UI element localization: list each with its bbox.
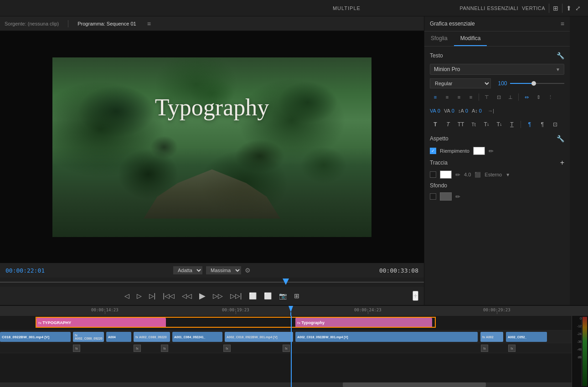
track-row-fx: fx fx fx fx fx fx fx <box>0 343 588 353</box>
bg-eyedropper-btn[interactable]: ✏ <box>455 193 460 200</box>
superscript-btn[interactable]: T1 <box>481 119 492 129</box>
fit-dropdown[interactable]: Adatta <box>173 266 202 274</box>
tab-stops-btn[interactable]: →| <box>485 106 496 116</box>
stroke-external-icon: ⬛ <box>475 172 481 178</box>
font-selector[interactable]: Minion Pro ▼ <box>430 64 564 75</box>
font-size-slider[interactable] <box>510 83 565 84</box>
kerning-icon: VA <box>430 108 436 114</box>
video-clip-5-label: A001_C064_092241_ <box>174 335 206 339</box>
baseline-item: A↕ 0 <box>472 108 482 114</box>
video-clip-6[interactable]: A002_C018_0922BW_001.mp4 [V] <box>225 332 293 342</box>
allcaps-btn[interactable]: TT <box>455 119 466 129</box>
export-icon[interactable]: ⬆ <box>566 5 572 12</box>
bold-btn[interactable]: T <box>430 119 441 129</box>
ruler-tick-4: 00:00:29:23 <box>483 308 511 312</box>
stroke-checkbox[interactable] <box>430 171 436 178</box>
bg-color-swatch[interactable] <box>440 192 452 201</box>
video-clip-9[interactable]: A002_C052_ <box>506 332 547 342</box>
tab-sfoglia[interactable]: Sfoglia <box>424 31 454 46</box>
source-tab[interactable]: Sorgente: (nessuna clip) <box>5 21 59 26</box>
timeline-scrollbar[interactable] <box>0 382 572 387</box>
stroke-eyedropper-btn[interactable]: ✏ <box>455 171 460 178</box>
bg-checkbox[interactable] <box>430 193 436 200</box>
step-back-btn[interactable]: ◁◁ <box>180 290 194 301</box>
align-left-btn[interactable]: ≡ <box>430 92 441 102</box>
video-clip-1[interactable]: C018_0922BW_001.mp4 [V] <box>0 332 71 342</box>
stroke-color-swatch[interactable] <box>440 170 452 179</box>
extract-btn[interactable]: ⬜ <box>262 290 273 301</box>
text-metrics-row: VA 0 VA 0 ↕A 0 A↕ 0 →| <box>430 106 564 116</box>
list-number-btn[interactable]: ¶ <box>537 119 548 129</box>
clip-label-2: Typography <box>301 320 325 325</box>
distribute-h-btn[interactable]: ⇔ <box>521 92 532 102</box>
transport-bar: ◁ ▷ ▷| |◁◁ ◁◁ ▶ ▷▷ ▷▷| ⬜ ⬜ 📷 ⊞ + <box>0 287 424 305</box>
fx-badge-6: fx <box>481 345 488 352</box>
fill-label: Riempimento <box>440 148 469 154</box>
add-stroke-btn[interactable]: + <box>560 159 564 167</box>
special-char-btn[interactable]: ⊡ <box>550 119 561 129</box>
align-middle-btn[interactable]: ⊡ <box>493 92 504 102</box>
video-clip-8[interactable]: fx A002 <box>480 332 503 342</box>
program-tab[interactable]: Programma: Sequence 01 <box>77 21 136 26</box>
video-clip-1-label: C018_0922BW_001.mp4 [V] <box>2 335 49 339</box>
timeline-scrollbar-thumb[interactable] <box>343 382 486 387</box>
step-forward-btn[interactable]: ▷▷ <box>211 290 225 301</box>
fill-eyedropper-btn[interactable]: ✏ <box>489 148 494 155</box>
scrubber-area[interactable] <box>0 278 424 287</box>
smallcaps-btn[interactable]: Tt <box>468 119 479 129</box>
underline-btn[interactable]: T <box>506 119 517 129</box>
top-bar-right: PANNELLI ESSENZIALI VERTICA ⊞ ⬆ ⤢ <box>460 4 581 13</box>
preview-tabs: Sorgente: (nessuna clip) Programma: Sequ… <box>0 16 424 31</box>
subscript-btn[interactable]: T1 <box>494 119 505 129</box>
video-clip-4[interactable]: fx A002_C088_09220 <box>134 332 170 342</box>
scrubber-track[interactable] <box>0 282 424 283</box>
clip-typography-1[interactable]: fx TYPOGRAPHY <box>36 318 166 328</box>
align-justify-btn[interactable]: ≡ <box>465 92 476 102</box>
leading-item: ↕A 0 <box>458 108 468 114</box>
go-end-btn[interactable]: ▷▷| <box>228 290 244 301</box>
fullscreen-icon[interactable]: ⤢ <box>575 5 581 12</box>
program-tab-menu-icon[interactable]: ≡ <box>147 20 151 27</box>
video-clip-2[interactable]: fx A002_C088_09220 <box>73 332 104 342</box>
video-clip-5[interactable]: A001_C064_092241_ <box>172 332 222 342</box>
export-frame-btn[interactable]: 📷 <box>277 290 289 301</box>
more-options-btn[interactable]: ⋮ <box>545 92 556 102</box>
font-style-dropdown[interactable]: Regular <box>430 78 491 88</box>
panel-layout-icon[interactable]: ⊞ <box>553 5 558 12</box>
align-bottom-btn[interactable]: ⊥ <box>505 92 516 102</box>
italic-btn[interactable]: T <box>443 119 454 129</box>
mark-out-btn[interactable]: ▷ <box>135 290 144 301</box>
quality-dropdown[interactable]: Massima <box>206 266 241 274</box>
align-center-btn[interactable]: ≡ <box>442 92 453 102</box>
mark-in-btn[interactable]: ◁ <box>123 290 131 301</box>
align-top-btn[interactable]: ⊤ <box>481 92 492 102</box>
timeline-ruler[interactable]: 00:00:14:23 00:00:19:23 00:00:24:23 00:0… <box>0 306 588 316</box>
aspetto-tool-icon[interactable]: 🔧 <box>557 135 564 142</box>
play-btn[interactable]: ▶ <box>197 289 207 303</box>
list-bullet-btn[interactable]: ¶ <box>524 119 535 129</box>
video-clip-7-label: A002_C018_0922BW_001.mp4 [V] <box>297 335 348 339</box>
video-clip-7[interactable]: A002_C018_0922BW_001.mp4 [V] <box>295 332 478 342</box>
video-clip-4-label: fx A002_C088_09220 <box>135 335 167 339</box>
add-edit-btn[interactable]: ▷| <box>147 290 158 301</box>
testo-tool-icon[interactable]: 🔧 <box>557 52 564 59</box>
go-start-btn[interactable]: |◁◁ <box>161 290 176 301</box>
right-panel-menu-icon[interactable]: ≡ <box>561 20 564 27</box>
clip-typography-2[interactable]: fx Typography <box>295 318 432 328</box>
distribute-v-btn[interactable]: ⇕ <box>533 92 544 102</box>
video-canvas: Typography <box>52 57 371 237</box>
font-chevron-icon: ▼ <box>556 67 560 72</box>
stroke-header: Traccia + <box>430 159 564 167</box>
add-controls-btn[interactable]: + <box>413 291 418 301</box>
lift-btn[interactable]: ⬜ <box>247 290 258 301</box>
align-right-btn[interactable]: ≡ <box>454 92 464 102</box>
text-align-row: ≡ ≡ ≡ ≡ ⊤ ⊡ ⊥ ⇔ ⇕ ⋮ <box>430 92 564 102</box>
settings-icon[interactable]: ⚙ <box>245 267 251 274</box>
multi-cam-btn[interactable]: ⊞ <box>292 290 301 301</box>
video-background: Typography <box>52 57 371 237</box>
video-clip-3[interactable]: A004 <box>106 332 131 342</box>
fill-checkbox[interactable] <box>430 148 436 154</box>
fill-color-swatch[interactable] <box>473 147 485 155</box>
clip-fx-icon: fx <box>38 321 41 325</box>
tab-modifica[interactable]: Modifica <box>454 31 487 46</box>
